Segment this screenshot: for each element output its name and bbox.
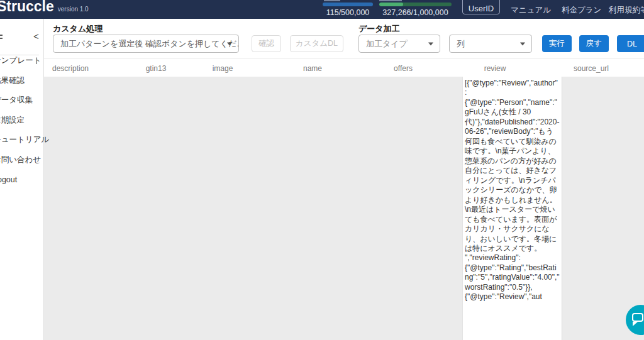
column-select[interactable]: 列 (449, 35, 532, 53)
review-cell[interactable]: [{"@type":"Review","author": {"@type":"P… (462, 77, 562, 340)
dl-button[interactable]: DL (617, 35, 644, 52)
usage-meter-value: 115/500,000 (323, 8, 373, 17)
sidebar: < テンプレート 結果確認 データ収集 定期設定 チュートリアル お問い合わせ … (0, 19, 44, 340)
nav-link-pricing[interactable]: 料金プラン (562, 5, 601, 16)
clipped-menu-label (0, 35, 3, 41)
sidebar-collapse-icon[interactable]: < (33, 31, 39, 41)
chat-bubble-icon (632, 313, 643, 322)
column-select-value: 列 (457, 38, 465, 50)
pattern-select-value: 加工パターンを選定後 確認ボタンを押してくだ… (60, 38, 239, 50)
usage-meter-bar (323, 3, 373, 6)
undo-button[interactable]: 戻す (579, 35, 609, 52)
usage-meter-fill (379, 3, 403, 6)
clipped-meter-label (379, 0, 402, 1)
column-header-review: review (484, 64, 506, 73)
usage-meter-bar (379, 3, 452, 6)
sidebar-item-data-collection[interactable]: データ収集 (0, 90, 43, 111)
clipped-meter-label (324, 0, 340, 1)
sidebar-item-tutorial[interactable]: チュートリアル (0, 130, 43, 150)
column-header-gtin13: gtin13 (146, 64, 167, 73)
run-button[interactable]: 実行 (542, 35, 572, 52)
sidebar-item-logout[interactable]: Logout (0, 170, 43, 190)
process-type-select[interactable]: 加工タイプ (358, 35, 440, 53)
sidebar-item-schedule[interactable]: 定期設定 (0, 111, 43, 131)
chevron-down-icon (227, 42, 232, 45)
main-content: カスタム処理 加工パターンを選定後 確認ボタンを押してくだ… 確認 カスタムDL… (44, 19, 644, 340)
column-header-offers: offers (394, 64, 413, 73)
chevron-down-icon (428, 42, 433, 45)
table-header-row: description gtin13 image name offers rev… (44, 58, 644, 77)
confirm-button[interactable]: 確認 (252, 35, 281, 52)
toolbar: カスタム処理 加工パターンを選定後 確認ボタンを押してくだ… 確認 カスタムDL… (44, 19, 644, 58)
nav-link-terms[interactable]: 利用規約等 (609, 5, 644, 16)
sidebar-item-results[interactable]: 結果確認 (0, 71, 43, 91)
column-header-name: name (303, 64, 322, 73)
sidebar-item-contact[interactable]: お問い合わせ (0, 150, 43, 170)
usage-meter-value: 327,266/1,000,000 (379, 8, 452, 17)
table-body: [{"@type":"Review","author": {"@type":"P… (44, 77, 644, 340)
pattern-select[interactable]: 加工パターンを選定後 確認ボタンを押してくだ… (53, 35, 239, 53)
usage-meter-dl: 115/500,000 (323, 3, 373, 17)
top-header-bar: Struccleversion 1.0 115/500,000 327,266/… (0, 0, 644, 19)
user-id-button[interactable]: UserID (462, 0, 500, 14)
app-logo: Struccleversion 1.0 (0, 0, 89, 15)
app-version: version 1.0 (58, 6, 89, 13)
data-process-title: データ加工 (358, 23, 400, 35)
custom-process-title: カスタム処理 (53, 23, 103, 35)
column-header-description: description (52, 64, 89, 73)
sidebar-item-template[interactable]: テンプレート (0, 51, 43, 71)
process-type-select-value: 加工タイプ (366, 38, 408, 50)
chevron-down-icon (520, 42, 525, 45)
column-header-source-url: source_url (574, 64, 609, 73)
sidebar-menu: テンプレート 結果確認 データ収集 定期設定 チュートリアル お問い合わせ Lo… (0, 51, 43, 190)
usage-meter-token: 327,266/1,000,000 (379, 3, 452, 17)
chat-bubble-tail (633, 322, 638, 326)
column-header-image: image (213, 64, 233, 73)
custom-dl-button[interactable]: カスタムDL (290, 35, 343, 52)
nav-link-manual[interactable]: マニュアル (511, 5, 551, 16)
app-name: Struccle (0, 0, 54, 14)
